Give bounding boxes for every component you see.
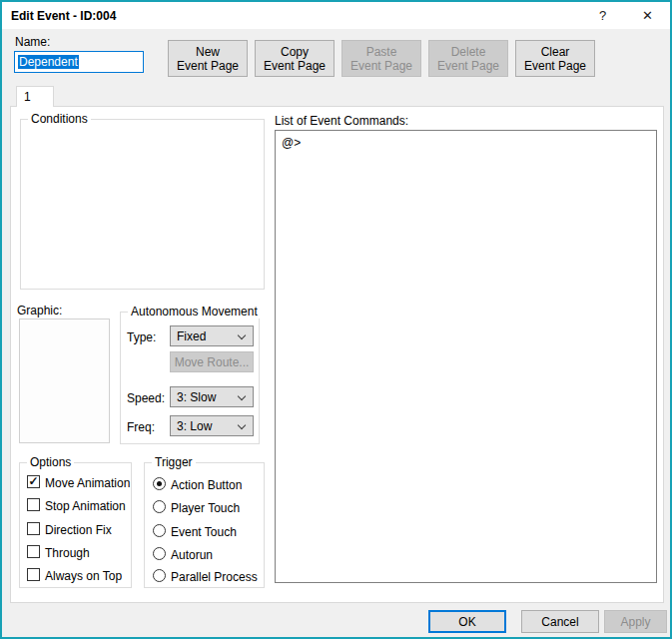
chevron-down-icon (238, 392, 246, 400)
graphic-picker[interactable] (19, 319, 110, 443)
cancel-button[interactable]: Cancel (521, 610, 599, 633)
direction-fix-label[interactable]: Direction Fix (45, 523, 112, 537)
ok-button[interactable]: OK (428, 610, 506, 633)
graphic-label: Graphic: (17, 304, 62, 318)
freq-combobox[interactable]: 3: Low (170, 415, 254, 436)
new-event-page-button[interactable]: New Event Page (168, 40, 248, 77)
titlebar: Edit Event - ID:004 ? ✕ (2, 2, 670, 29)
type-combobox[interactable]: Fixed (170, 325, 254, 346)
stop-animation-checkbox[interactable] (27, 498, 40, 511)
name-input[interactable]: Dependent (14, 51, 144, 73)
type-label: Type: (127, 330, 156, 344)
action-button-radio[interactable] (153, 477, 166, 490)
name-label: Name: (15, 35, 50, 49)
always-on-top-label[interactable]: Always on Top (45, 569, 122, 583)
speed-combobox[interactable]: 3: Slow (170, 386, 254, 407)
move-animation-label[interactable]: Move Animation (45, 476, 130, 490)
direction-fix-checkbox[interactable] (27, 522, 40, 535)
check-icon: ✓ (28, 476, 38, 486)
help-button[interactable]: ? (580, 2, 625, 29)
trigger-group-title: Trigger (152, 455, 196, 469)
window-title: Edit Event - ID:004 (11, 9, 116, 23)
player-touch-label[interactable]: Player Touch (171, 501, 240, 515)
parallel-process-label[interactable]: Parallel Process (171, 570, 258, 584)
copy-event-page-button[interactable]: Copy Event Page (255, 40, 335, 77)
stop-animation-label[interactable]: Stop Animation (45, 499, 126, 513)
through-label[interactable]: Through (45, 546, 90, 560)
close-icon: ✕ (642, 8, 653, 23)
close-button[interactable]: ✕ (625, 2, 670, 29)
autonomous-movement-group-title: Autonomous Movement (128, 305, 261, 319)
event-touch-radio[interactable] (153, 524, 166, 537)
edit-event-dialog: Edit Event - ID:004 ? ✕ Name: Dependent … (0, 0, 672, 639)
move-animation-checkbox[interactable]: ✓ (27, 475, 40, 488)
radio-dot-icon (157, 481, 162, 486)
delete-event-page-button: Delete Event Page (428, 40, 508, 77)
name-input-selected-text: Dependent (18, 55, 79, 69)
event-command-line[interactable]: @> (282, 136, 656, 150)
chevron-down-icon (238, 331, 246, 339)
parallel-process-radio[interactable] (153, 569, 166, 582)
apply-button: Apply (604, 610, 667, 633)
speed-label: Speed: (127, 391, 165, 405)
autorun-label[interactable]: Autorun (171, 548, 213, 562)
autorun-radio[interactable] (153, 547, 166, 560)
tab-page-1[interactable]: 1 (16, 86, 54, 107)
commands-list-label: List of Event Commands: (275, 114, 408, 128)
move-route-button: Move Route... (170, 351, 254, 372)
help-icon: ? (599, 8, 606, 23)
conditions-group: Conditions (20, 119, 265, 290)
event-commands-list[interactable]: @> (275, 130, 657, 583)
options-group-title: Options (27, 455, 74, 469)
paste-event-page-button: Paste Event Page (341, 40, 421, 77)
clear-event-page-button[interactable]: Clear Event Page (515, 40, 595, 77)
through-checkbox[interactable] (27, 545, 40, 558)
player-touch-radio[interactable] (153, 500, 166, 513)
action-button-label[interactable]: Action Button (171, 478, 242, 492)
freq-label: Freq: (127, 420, 155, 434)
always-on-top-checkbox[interactable] (27, 568, 40, 581)
event-touch-label[interactable]: Event Touch (171, 525, 237, 539)
chevron-down-icon (238, 421, 246, 429)
conditions-group-title: Conditions (28, 112, 91, 126)
